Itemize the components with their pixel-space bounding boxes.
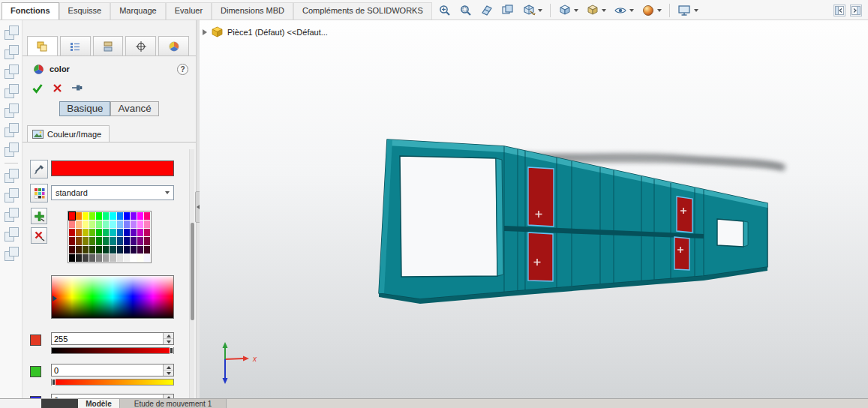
palette-cell[interactable]: [117, 212, 123, 220]
tab-marquage[interactable]: Marquage: [110, 2, 166, 20]
palette-cell[interactable]: [89, 220, 95, 228]
pattern-tool-icon-6[interactable]: [3, 122, 20, 137]
propertymanager-tab[interactable]: [60, 36, 91, 56]
palette-cell[interactable]: [69, 229, 75, 236]
palette-cell[interactable]: [110, 254, 116, 262]
zoom-to-area-button[interactable]: [456, 2, 476, 19]
view-orientation-button[interactable]: [555, 2, 581, 19]
red-slider-thumb[interactable]: [170, 347, 173, 354]
tab-dimensions-mbd[interactable]: Dimensions MBD: [212, 2, 293, 20]
palette-cell[interactable]: [76, 237, 82, 244]
palette-cell[interactable]: [69, 212, 75, 220]
palette-cell[interactable]: [144, 229, 150, 236]
green-slider-thumb[interactable]: [52, 379, 56, 386]
palette-cell[interactable]: [137, 212, 143, 220]
palette-cell[interactable]: [83, 237, 89, 244]
palette-cell[interactable]: [137, 237, 143, 244]
palette-cell[interactable]: [103, 254, 109, 262]
palette-cell[interactable]: [110, 229, 116, 236]
palette-cell[interactable]: [117, 254, 123, 262]
remove-swatch-button[interactable]: [31, 227, 47, 244]
palette-cell[interactable]: [131, 212, 137, 220]
featuremanager-tab[interactable]: [27, 36, 58, 56]
color-standard-dropdown[interactable]: standard: [51, 185, 174, 200]
tab-fonctions[interactable]: Fonctions: [2, 2, 59, 20]
pattern-tool-icon-12[interactable]: [3, 246, 20, 261]
add-swatch-button[interactable]: [31, 208, 47, 224]
palette-cell[interactable]: [76, 229, 82, 236]
green-value-input[interactable]: [52, 364, 163, 376]
palette-cell[interactable]: [131, 220, 137, 228]
selected-face-3[interactable]: [528, 232, 553, 281]
palette-cell[interactable]: [131, 254, 137, 262]
hide-show-items-button[interactable]: [611, 2, 637, 19]
configurationmanager-tab[interactable]: [93, 36, 124, 56]
palette-cell[interactable]: [124, 246, 130, 254]
cancel-x-icon[interactable]: [52, 82, 63, 94]
palette-cell[interactable]: [137, 254, 143, 262]
palette-cell[interactable]: [144, 254, 150, 262]
selected-face-2[interactable]: [677, 196, 692, 232]
palette-cell[interactable]: [137, 220, 143, 228]
palette-cell[interactable]: [83, 246, 89, 254]
zoom-to-fit-button[interactable]: [435, 2, 455, 19]
palette-cell[interactable]: [124, 220, 130, 228]
palette-cell[interactable]: [124, 229, 130, 236]
palette-cell[interactable]: [96, 229, 102, 236]
palette-cell[interactable]: [83, 220, 89, 228]
palette-cell[interactable]: [124, 212, 130, 220]
view-selector-button[interactable]: [498, 2, 518, 19]
motion-study-tab[interactable]: Etude de mouvement 1: [120, 399, 227, 408]
palette-cell[interactable]: [96, 237, 102, 244]
tab-esquisse[interactable]: Esquisse: [59, 2, 111, 20]
palette-cell[interactable]: [144, 246, 150, 254]
palette-cell[interactable]: [131, 237, 137, 244]
palette-cell[interactable]: [144, 212, 150, 220]
feature-tree-breadcrumb[interactable]: Pièce1 (Défaut) <<Défaut...: [203, 26, 328, 38]
3d-scene[interactable]: x: [200, 20, 868, 398]
green-spin-up[interactable]: [164, 364, 173, 370]
palette-cell[interactable]: [110, 220, 116, 228]
palette-cell[interactable]: [144, 237, 150, 244]
graphics-viewport[interactable]: Pièce1 (Défaut) <<Défaut...: [200, 20, 868, 398]
part-body[interactable]: [379, 140, 767, 304]
palette-cell[interactable]: [96, 254, 102, 262]
dimxpertmanager-tab[interactable]: [125, 36, 156, 56]
panel-scrollbar[interactable]: [189, 149, 194, 398]
view-settings-button[interactable]: [674, 2, 701, 19]
pattern-tool-icon-3[interactable]: [3, 64, 20, 79]
3d-drawing-view-button[interactable]: [519, 2, 545, 19]
display-style-button[interactable]: [583, 2, 609, 19]
palette-button[interactable]: [30, 184, 48, 202]
gradient-cursor[interactable]: [53, 296, 57, 302]
palette-cell[interactable]: [110, 237, 116, 244]
palette-cell[interactable]: [69, 246, 75, 254]
eyedropper-button[interactable]: [30, 160, 48, 178]
pattern-tool-icon-8[interactable]: [3, 168, 20, 183]
green-spin-down[interactable]: [164, 370, 173, 376]
palette-cell[interactable]: [69, 237, 75, 244]
red-slider[interactable]: [51, 347, 174, 354]
palette-cell[interactable]: [131, 246, 137, 254]
edit-appearance-button[interactable]: [638, 2, 665, 19]
color-gradient-picker[interactable]: [51, 275, 174, 319]
palette-cell[interactable]: [117, 220, 123, 228]
red-spin-up[interactable]: [164, 333, 173, 339]
palette-cell[interactable]: [89, 212, 95, 220]
pattern-tool-icon-1[interactable]: [3, 25, 20, 40]
palette-cell[interactable]: [76, 254, 82, 262]
pattern-tool-icon-9[interactable]: [3, 188, 20, 202]
current-color-swatch[interactable]: [51, 160, 174, 176]
palette-cell[interactable]: [110, 246, 116, 254]
color-image-tab[interactable]: Couleur/Image: [27, 125, 110, 142]
pattern-tool-icon-4[interactable]: [3, 83, 20, 98]
palette-cell[interactable]: [103, 212, 109, 220]
pin-icon[interactable]: [71, 82, 84, 94]
panel-scrollbar-thumb[interactable]: [191, 223, 194, 320]
palette-cell[interactable]: [83, 212, 89, 220]
palette-cell[interactable]: [131, 229, 137, 236]
previous-pane-button[interactable]: [833, 4, 845, 16]
model-tab[interactable]: Modèle: [78, 399, 120, 408]
palette-cell[interactable]: [124, 254, 130, 262]
palette-cell[interactable]: [76, 220, 82, 228]
